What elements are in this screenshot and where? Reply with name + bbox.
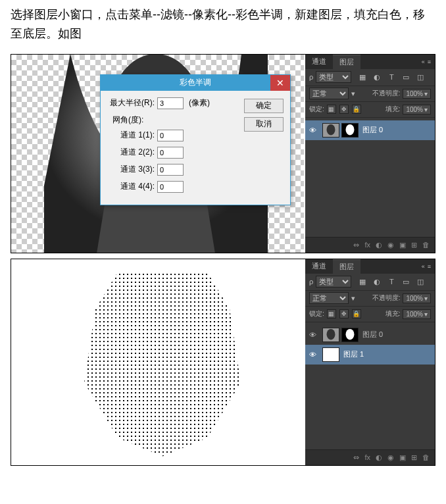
adjustment-icon[interactable]: ◉ xyxy=(387,241,394,249)
filter-text-icon[interactable]: T xyxy=(387,72,396,82)
dropdown-icon-2: ▾ xyxy=(351,294,355,303)
lock-position-icon[interactable]: ✥ xyxy=(339,105,349,114)
layer-row-0-b[interactable]: 👁 图层 0 xyxy=(305,325,435,345)
adjustment-icon-2[interactable]: ◉ xyxy=(387,453,394,462)
blend-mode-select-2[interactable]: 正常 xyxy=(309,292,349,304)
tab-layers-2[interactable]: 图层 xyxy=(333,259,360,274)
layer-row-0[interactable]: 👁 图层 0 xyxy=(305,120,435,140)
color-halftone-dialog: 彩色半调 ✕ 最大半径(R): (像素) 网角(度): 通道 1(1): 通道 … xyxy=(100,74,291,205)
layer-name-1: 图层 1 xyxy=(343,349,364,359)
layer-name-0b: 图层 0 xyxy=(362,330,383,340)
filter-shape-icon-2[interactable]: ▭ xyxy=(401,277,410,286)
filter-shape-icon[interactable]: ▭ xyxy=(401,72,410,82)
screenshot-2: 通道 图层 « ≡ ρ 类型 ▦ ◐ T ▭ ◫ 正常 ▾ 不透明度: 100%… xyxy=(11,259,435,466)
layer-thumbnail[interactable] xyxy=(322,123,339,138)
fill-value-2[interactable]: 100%▾ xyxy=(403,309,431,319)
opacity-label-2: 不透明度: xyxy=(372,293,401,303)
opacity-value[interactable]: 100%▾ xyxy=(403,89,431,99)
channel-3-label: 通道 3(3): xyxy=(107,164,155,175)
filter-pixel-icon-2[interactable]: ▦ xyxy=(358,277,367,286)
max-radius-input[interactable] xyxy=(157,97,184,109)
panel-menu-icon-2[interactable]: ≡ xyxy=(428,263,431,270)
halftone-result xyxy=(11,259,304,465)
layers-panel-2: 通道 图层 « ≡ ρ 类型 ▦ ◐ T ▭ ◫ 正常 ▾ 不透明度: 100%… xyxy=(305,259,435,465)
delete-layer-icon[interactable]: 🗑 xyxy=(422,241,430,249)
lock-all-icon[interactable]: 🔒 xyxy=(352,105,361,114)
dialog-close-button[interactable]: ✕ xyxy=(270,75,290,91)
opacity-value-2[interactable]: 100%▾ xyxy=(403,293,431,303)
group-icon[interactable]: ▣ xyxy=(399,241,406,249)
grid-angle-label: 网角(度): xyxy=(107,114,239,126)
new-layer-icon[interactable]: ⊞ xyxy=(411,241,417,249)
screenshot-1: 彩色半调 ✕ 最大半径(R): (像素) 网角(度): 通道 1(1): 通道 … xyxy=(11,54,435,253)
panel-menu-icon[interactable]: ≡ xyxy=(428,59,431,65)
dialog-titlebar[interactable]: 彩色半调 ✕ xyxy=(101,75,290,91)
layers-panel-1: 通道 图层 « ≡ ρ 类型 ▦ ◐ T ▭ ◫ 正常 ▾ 不透明度: 100%… xyxy=(305,55,435,253)
channel-1-input[interactable] xyxy=(157,130,184,141)
mask-icon[interactable]: ◐ xyxy=(376,241,382,249)
group-icon-2[interactable]: ▣ xyxy=(399,453,406,462)
lock-label-2: 锁定: xyxy=(309,309,324,318)
layer-row-1[interactable]: 👁 图层 1 xyxy=(305,345,435,365)
dropdown-icon: ▾ xyxy=(351,89,355,98)
layer-name-0: 图层 0 xyxy=(362,125,383,135)
search-icon-2: ρ xyxy=(309,278,313,286)
svg-point-8 xyxy=(346,329,355,340)
fill-value[interactable]: 100%▾ xyxy=(403,105,431,114)
channel-1-label: 通道 1(1): xyxy=(107,130,155,141)
filter-smart-icon[interactable]: ◫ xyxy=(416,72,425,82)
tab-channels[interactable]: 通道 xyxy=(305,55,333,69)
filter-adjust-icon[interactable]: ◐ xyxy=(372,72,382,82)
collapse-icon-2[interactable]: « xyxy=(422,263,425,270)
collapse-icon[interactable]: « xyxy=(422,59,425,65)
channel-4-input[interactable] xyxy=(157,181,184,193)
search-icon: ρ xyxy=(309,73,313,81)
tab-layers[interactable]: 图层 xyxy=(333,55,360,69)
channel-3-input[interactable] xyxy=(157,164,184,176)
fill-label: 填充: xyxy=(385,105,401,114)
layer-kind-select[interactable]: 类型 xyxy=(316,71,351,83)
channel-2-input[interactable] xyxy=(157,147,184,159)
blend-mode-select[interactable]: 正常 xyxy=(309,88,349,99)
lock-label: 锁定: xyxy=(309,105,324,114)
visibility-toggle-1[interactable]: 👁 xyxy=(309,351,318,359)
delete-layer-icon-2[interactable]: 🗑 xyxy=(422,453,430,461)
filter-text-icon-2[interactable]: T xyxy=(387,277,396,286)
dialog-title-text: 彩色半调 xyxy=(180,77,211,88)
tab-channels-2[interactable]: 通道 xyxy=(305,259,333,274)
filter-pixel-icon[interactable]: ▦ xyxy=(358,72,367,82)
fill-label-2: 填充: xyxy=(385,309,401,318)
filter-adjust-icon-2[interactable]: ◐ xyxy=(372,277,382,286)
filter-smart-icon-2[interactable]: ◫ xyxy=(416,277,425,286)
svg-point-6 xyxy=(327,329,335,340)
fx-icon[interactable]: fx xyxy=(364,241,370,249)
lock-pixels-icon-2[interactable]: ▦ xyxy=(327,309,336,318)
ok-button[interactable]: 确定 xyxy=(244,99,284,113)
channel-4-label: 通道 4(4): xyxy=(107,181,155,192)
mask-icon-2[interactable]: ◐ xyxy=(376,453,382,462)
layer-thumbnail-1[interactable] xyxy=(322,347,339,362)
max-radius-label: 最大半径(R): xyxy=(107,97,155,109)
link-layers-icon[interactable]: ⇔ xyxy=(353,241,359,249)
fx-icon-2[interactable]: fx xyxy=(364,453,370,461)
cancel-button[interactable]: 取消 xyxy=(244,117,284,132)
layer-kind-select-2[interactable]: 类型 xyxy=(316,276,351,288)
lock-position-icon-2[interactable]: ✥ xyxy=(339,309,349,318)
link-layers-icon-2[interactable]: ⇔ xyxy=(353,453,359,462)
instruction-text: 选择图层小窗口，点击菜单--滤镜--像素化--彩色半调，新建图层，填充白色，移至… xyxy=(0,0,446,49)
layer-thumbnail-0b[interactable] xyxy=(322,328,339,342)
channel-2-label: 通道 2(2): xyxy=(107,147,155,158)
lock-pixels-icon[interactable]: ▦ xyxy=(327,105,336,114)
lock-all-icon-2[interactable]: 🔒 xyxy=(352,309,361,318)
canvas-area-2 xyxy=(11,259,304,465)
visibility-toggle[interactable]: 👁 xyxy=(309,126,318,134)
pixel-unit: (像素) xyxy=(189,97,210,109)
svg-point-2 xyxy=(327,124,335,136)
layer-mask-thumbnail-0b[interactable] xyxy=(341,328,359,342)
svg-point-4 xyxy=(346,124,355,136)
opacity-label: 不透明度: xyxy=(372,89,401,98)
layer-mask-thumbnail[interactable] xyxy=(341,123,359,138)
visibility-toggle-0b[interactable]: 👁 xyxy=(309,331,318,339)
new-layer-icon-2[interactable]: ⊞ xyxy=(411,453,417,462)
